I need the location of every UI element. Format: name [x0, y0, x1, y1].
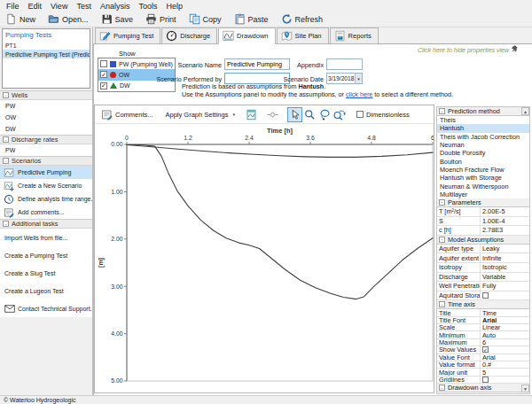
time-axis-title-font-value[interactable]: Arial	[481, 317, 529, 323]
section-header-discharge-rates[interactable]: -Discharge rates	[0, 135, 92, 144]
menu-help[interactable]: Help	[161, 2, 187, 11]
param-s-value[interactable]: 1.00E-4	[481, 217, 529, 226]
method-moench-fracture-flow[interactable]: Moench Fracture Flow	[437, 166, 529, 174]
assumption-aquitard-storage-value[interactable]	[481, 291, 529, 300]
scenario-item-add-comments[interactable]: Add comments...	[0, 206, 92, 219]
tab-reports[interactable]: Reports	[330, 27, 379, 44]
task-create-a-pumping-test[interactable]: Create a Pumping Test	[0, 246, 92, 264]
marker-tool-button[interactable]	[265, 107, 280, 122]
assumption-discharge-row[interactable]: DischargeVariable	[437, 273, 529, 283]
method-theis-with-jacob-correction[interactable]: Theis with Jacob Correction	[437, 133, 529, 141]
panel-section-model-assumptions[interactable]: -Model Assumptions	[437, 236, 529, 245]
section-header-additional-tasks[interactable]: -Additional tasks	[0, 219, 92, 229]
panel-section-parameters[interactable]: -Parameters	[437, 198, 529, 207]
drawdown-chart[interactable]: Time [h]01.22.43.64.860.001.002.003.004.…	[95, 124, 434, 392]
method-theis[interactable]: Theis	[437, 116, 529, 124]
time-axis-scale-value[interactable]: Linear	[481, 324, 529, 330]
appendix-input[interactable]	[326, 58, 363, 70]
scenario-item-create-a-new-scenario[interactable]: Create a New Scenario	[0, 179, 92, 192]
task-contact-technical-support[interactable]: Contact Technical Support...	[0, 299, 92, 317]
panel-scroll-up-button[interactable]: ▲	[521, 107, 529, 115]
method-hantush[interactable]: Hantush	[437, 124, 529, 132]
menu-analysis[interactable]: Analysis	[96, 2, 135, 11]
new-button[interactable]: New	[5, 13, 35, 25]
time-axis-show-values-value[interactable]	[481, 346, 529, 353]
time-axis-show-values-checkbox[interactable]	[482, 346, 489, 353]
section-header-wells[interactable]: -Wells	[0, 90, 92, 100]
assumption-well-penetration-row[interactable]: Well PenetrationFully	[437, 282, 529, 291]
assumption-aquifer-extent-value[interactable]: Infinite	[481, 253, 529, 262]
tab-drawdown[interactable]: Drawdown	[218, 27, 275, 44]
show-item-checkbox[interactable]	[100, 82, 107, 89]
time-axis-title-value[interactable]: Time	[481, 309, 529, 315]
pointer-tool-button[interactable]	[287, 107, 302, 122]
method-boulton[interactable]: Boulton	[437, 157, 529, 165]
time-axis-title-font-row[interactable]: Title FontArial	[437, 317, 529, 324]
pumping-test-item-pt1[interactable]: PT1	[3, 41, 90, 50]
method-hantush-with-storage[interactable]: Hantush with Storage	[437, 174, 529, 182]
chevron-down-icon[interactable]: ▾	[355, 74, 362, 83]
wells-item-ow[interactable]: OW	[0, 112, 92, 123]
dimensionless-checkbox[interactable]	[356, 111, 364, 118]
scenario-date-combo[interactable]: 3/19/2018 ▾	[326, 73, 363, 84]
time-axis-scale-row[interactable]: ScaleLinear	[437, 324, 529, 331]
wells-item-pw[interactable]: PW	[0, 100, 92, 112]
time-axis-value-font-value[interactable]: Arial	[481, 354, 529, 361]
open-button[interactable]: Open...	[48, 13, 89, 25]
apply-graph-settings-button[interactable]: Apply Graph Settings ▾	[163, 110, 238, 120]
assumption-aquifer-type-value[interactable]: Leaky	[481, 245, 529, 253]
time-axis-minimum-value[interactable]: Auto	[481, 331, 529, 338]
hide-properties-link[interactable]: Click here to hide properties view	[364, 45, 519, 54]
param-t-m-s-row[interactable]: T [m²/s]2.00E-5	[437, 207, 529, 217]
time-axis-major-unit-value[interactable]: 5	[481, 369, 529, 375]
save-button[interactable]: Save	[101, 13, 134, 25]
assumption-aquifer-type-row[interactable]: Aquifer typeLeaky	[437, 245, 529, 254]
task-import-wells-from-file[interactable]: Import Wells from file...	[0, 229, 92, 246]
time-axis-value-format-row[interactable]: Value format0.#	[437, 361, 529, 369]
zoom-tool-button[interactable]	[302, 107, 317, 122]
print-button[interactable]: Print	[145, 13, 176, 25]
method-double-porosity[interactable]: Double Porosity	[437, 149, 529, 157]
time-axis-minimum-row[interactable]: MinimumAuto	[437, 331, 529, 338]
menu-tools[interactable]: Tools	[134, 2, 161, 11]
panel-section-time-axis[interactable]: -Time axis	[437, 300, 529, 309]
time-axis-gridlines-value[interactable]	[481, 377, 529, 383]
zoom-reset-tool-button[interactable]	[332, 107, 348, 122]
time-axis-gridlines-checkbox[interactable]	[482, 377, 489, 383]
comments-button[interactable]: Comments...	[98, 108, 156, 121]
param-t-m-s-value[interactable]: 2.00E-5	[481, 207, 529, 216]
time-axis-maximum-row[interactable]: Maximum6	[437, 339, 529, 346]
tab-discharge[interactable]: Discharge	[161, 27, 217, 44]
assumption-aquitard-storage-checkbox[interactable]	[482, 292, 489, 299]
scenario-item-predictive-pumping[interactable]: Predictive Pumping	[0, 166, 92, 179]
drawdown-axis-title-value[interactable]	[481, 392, 529, 394]
param-c-h-value[interactable]: 2.78E3	[481, 226, 529, 235]
discharge-rates-item-pw[interactable]: PW	[0, 144, 92, 156]
show-item-checkbox[interactable]	[100, 71, 107, 78]
time-axis-maximum-value[interactable]: 6	[481, 339, 529, 346]
pumping-test-item-predictive-pumping-test-prediction[interactable]: Predictive Pumping Test (Prediction)	[3, 50, 90, 58]
method-neuman[interactable]: Neuman	[437, 141, 529, 149]
assumption-aquifer-extent-row[interactable]: Aquifer extentInfinite	[437, 253, 529, 263]
menu-edit[interactable]: Edit	[24, 2, 47, 11]
time-axis-value-font-row[interactable]: Value FontArial	[437, 354, 529, 361]
time-axis-major-unit-row[interactable]: Major unit5	[437, 369, 529, 376]
assumption-discharge-value[interactable]: Variable	[481, 273, 529, 282]
lasso-tool-button[interactable]	[317, 107, 332, 122]
panel-section-prediction-method[interactable]: -Prediction method	[437, 107, 529, 116]
drawdown-axis-title-row[interactable]: Title	[437, 392, 529, 394]
task-create-a-slug-test[interactable]: Create a Slug Test	[0, 264, 92, 282]
method-multilayer[interactable]: Multilayer	[437, 190, 529, 198]
param-c-h-row[interactable]: c [h]2.78E3	[437, 226, 529, 236]
menu-view[interactable]: View	[46, 2, 72, 11]
menu-file[interactable]: File	[2, 2, 24, 11]
time-axis-value-format-value[interactable]: 0.#	[481, 361, 529, 368]
assumption-well-penetration-value[interactable]: Fully	[481, 282, 529, 291]
click-here-link[interactable]: click here	[346, 90, 372, 98]
tab-site-plan[interactable]: Site Plan	[277, 27, 329, 44]
time-axis-title-row[interactable]: TitleTime	[437, 309, 529, 316]
paste-button[interactable]: Paste	[234, 13, 269, 25]
tab-pumping-test[interactable]: Pumping Test	[95, 27, 160, 44]
graph-settings-button[interactable]	[243, 108, 260, 121]
show-item-checkbox[interactable]	[100, 60, 107, 67]
